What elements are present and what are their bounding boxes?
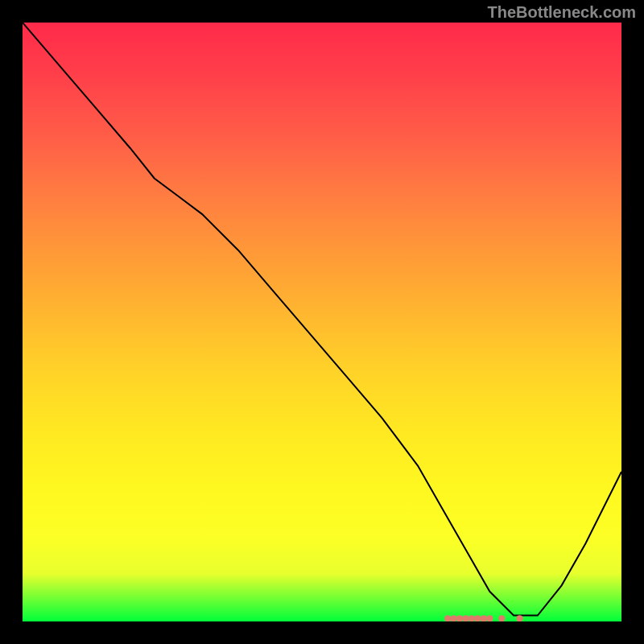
marker-dot	[469, 615, 475, 621]
marker-dot	[498, 615, 505, 621]
marker-dot	[486, 615, 493, 621]
marker-dots	[444, 615, 522, 621]
marker-dot	[451, 615, 457, 621]
marker-dot	[516, 615, 522, 621]
chart-container: TheBottleneck.com	[0, 0, 644, 644]
marker-dot	[462, 615, 469, 621]
marker-dot	[444, 615, 451, 621]
marker-dot	[481, 615, 487, 621]
plot-area	[23, 23, 621, 621]
marker-dot	[474, 615, 481, 621]
marker-dot	[456, 615, 463, 621]
chart-svg	[23, 23, 621, 621]
bottleneck-curve	[23, 23, 621, 616]
watermark-text: TheBottleneck.com	[488, 3, 636, 22]
